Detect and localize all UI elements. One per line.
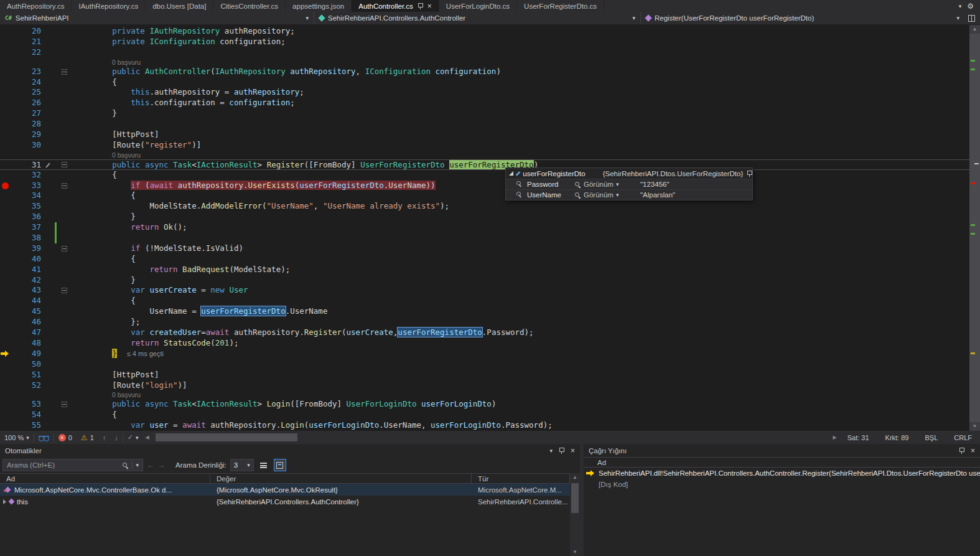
code-line-36[interactable]: 36 } <box>0 212 969 222</box>
previous-issue-button[interactable]: ↑ <box>98 431 111 444</box>
code-line-35[interactable]: 35 ModelState.AddModelError("UserName", … <box>0 201 969 212</box>
code-line-32[interactable]: 32 { <box>0 170 969 181</box>
vertical-scrollbar[interactable]: ▲ ▼ <box>969 25 980 431</box>
close-icon[interactable]: × <box>971 447 975 455</box>
format-toggle-button[interactable] <box>258 459 270 471</box>
code-line-45[interactable]: 45 UserName = userForRegisterDto.UserNam… <box>0 306 969 317</box>
view-dropdown[interactable]: Görünüm▾ <box>574 191 637 199</box>
tab-appsettings-json[interactable]: appsettings.json <box>286 0 352 12</box>
callstack-frame[interactable]: [Dış Kod] <box>584 479 980 490</box>
code-line-44[interactable]: 44 { <box>0 296 969 306</box>
codelens-references[interactable]: 0 başvuru <box>70 151 141 159</box>
breakpoint-icon[interactable] <box>0 181 11 191</box>
project-dropdown[interactable]: C# SehirRehberiAPI ▾ <box>0 12 314 24</box>
codelens-references[interactable]: 0 başvuru <box>70 58 141 67</box>
class-dropdown[interactable]: SehirRehberiAPI.Controllers.AuthControll… <box>314 12 641 24</box>
tab-userforlogindto-cs[interactable]: UserForLoginDto.cs <box>439 0 517 12</box>
datatip-root-row[interactable]: userForRegisterDto {SehirRehberiAPI.Dtos… <box>506 168 752 179</box>
search-depth-select[interactable]: 3 ▾ <box>230 459 254 471</box>
code-line-37[interactable]: 37 return Ok(); <box>0 222 969 233</box>
code-line-34[interactable]: 34 { <box>0 191 969 201</box>
code-line-48[interactable]: 48 return StatusCode(201); <box>0 338 969 349</box>
next-issue-button[interactable]: ↓ <box>110 431 123 444</box>
code-line-49[interactable]: 49 }≤ 4 ms geçti <box>0 349 969 359</box>
code-line-27[interactable]: 27 } <box>0 108 969 119</box>
chevron-down-icon[interactable]: ▾ <box>549 448 553 454</box>
scrollbar-thumb[interactable] <box>969 34 980 422</box>
column-header-value[interactable]: Değer <box>210 474 472 483</box>
code-line-51[interactable]: 51 [HttpPost] <box>0 370 969 380</box>
chevron-down-icon[interactable]: ▾ <box>959 3 962 9</box>
code-line-29[interactable]: 29 [HttpPost] <box>0 130 969 140</box>
search-forward-icon[interactable]: → <box>158 461 166 469</box>
code-line-24[interactable]: 24 { <box>0 77 969 88</box>
code-line-20[interactable]: 20 private IAuthRepository authRepositor… <box>0 26 969 37</box>
search-back-icon[interactable]: ← <box>147 461 154 469</box>
search-input[interactable]: Arama (Ctrl+E) ▾ <box>2 459 143 471</box>
pin-icon[interactable] <box>418 2 423 10</box>
pin-icon[interactable] <box>559 447 564 455</box>
glasses-icon[interactable] <box>39 436 49 442</box>
code-line-46[interactable]: 46 }; <box>0 317 969 327</box>
fold-toggle[interactable] <box>58 285 70 296</box>
code-line-28[interactable]: 28 <box>0 119 969 130</box>
tab-userforregisterdto-cs[interactable]: UserForRegisterDto.cs <box>517 0 604 12</box>
callstack-frame[interactable]: SehirRehberiAPI.dll!SehirRehberiAPI.Cont… <box>584 468 980 479</box>
codelens-references[interactable]: 0 başvuru <box>70 390 141 399</box>
code-line-22[interactable]: 22 <box>0 47 969 58</box>
column-header-name[interactable]: Ad <box>0 474 210 483</box>
code-line-30[interactable]: 30 [Route("register")] <box>0 140 969 151</box>
tab-dbo-users-data-[interactable]: dbo.Users [Data] <box>146 0 213 12</box>
code-editor[interactable]: 20 private IAuthRepository authRepositor… <box>0 25 980 431</box>
code-line-40[interactable]: 40 { <box>0 254 969 265</box>
chevron-down-icon[interactable]: ▾ <box>136 462 139 468</box>
code-line-50[interactable]: 50 <box>0 359 969 370</box>
callstack-title-bar[interactable]: Çağrı Yığını × <box>584 444 980 457</box>
tab-authcontroller-cs[interactable]: AuthController.cs× <box>352 0 439 12</box>
code-line-31[interactable]: 31 public async Task<IActionResult> Regi… <box>0 159 969 170</box>
fold-toggle[interactable] <box>58 181 70 191</box>
scrollbar-thumb[interactable] <box>156 433 297 441</box>
gear-icon[interactable]: ⚙ <box>967 2 974 11</box>
scroll-down-icon[interactable]: ▼ <box>969 422 980 431</box>
autos-row[interactable]: this{SehirRehberiAPI.Controllers.AuthCon… <box>0 496 570 507</box>
datatip-member-username[interactable]: UserNameGörünüm▾"Alparslan" <box>506 189 752 200</box>
scrollbar-thumb[interactable] <box>571 483 579 513</box>
code-line-55[interactable]: 55 var user = await authRepository.Login… <box>0 420 969 431</box>
code-line-54[interactable]: 54 { <box>0 410 969 420</box>
code-line-47[interactable]: 47 var createdUser=await authRepository.… <box>0 327 969 338</box>
code-cleanup-button[interactable]: ✓ ▾ <box>123 431 143 444</box>
expander-icon[interactable] <box>3 499 6 504</box>
scroll-up-icon[interactable]: ▲ <box>570 473 580 481</box>
code-line-33[interactable]: 33 if (await authRepository.UserExists(u… <box>0 181 969 191</box>
code-line-21[interactable]: 21 private IConfiguration configuration; <box>0 37 969 47</box>
pin-icon[interactable] <box>959 447 964 455</box>
code-line-53[interactable]: 53 public async Task<IActionResult> Logi… <box>0 399 969 410</box>
code-line-38[interactable]: 38 <box>0 233 969 243</box>
fold-toggle[interactable] <box>58 243 70 254</box>
tab-citiescontroller-cs[interactable]: CitiesController.cs <box>213 0 286 12</box>
error-count[interactable]: × 0 <box>54 431 77 444</box>
autos-scrollbar[interactable]: ▲ ▼ <box>570 473 580 556</box>
fold-toggle[interactable] <box>58 399 70 410</box>
fold-toggle[interactable] <box>58 160 70 169</box>
zoom-control[interactable]: 100 % ▾ <box>0 431 34 444</box>
scroll-down-icon[interactable]: ▼ <box>570 548 580 556</box>
code-line-43[interactable]: 43 var userCreate = new User <box>0 285 969 296</box>
split-window-icon[interactable] <box>968 15 975 22</box>
tab-iauthrepository-cs[interactable]: IAuthRepository.cs <box>72 0 146 12</box>
expander-icon[interactable] <box>509 171 513 176</box>
scroll-up-icon[interactable]: ▲ <box>969 25 980 34</box>
close-icon[interactable]: × <box>571 447 575 455</box>
horizontal-scrollbar[interactable]: ◀ ▶ <box>144 431 838 444</box>
code-line-23[interactable]: 23 public AuthController(IAuthRepository… <box>0 67 969 77</box>
pin-icon[interactable] <box>747 170 749 177</box>
autos-title-bar[interactable]: Otomatikler ▾ × <box>0 444 580 457</box>
view-dropdown[interactable]: Görünüm▾ <box>574 181 637 188</box>
autos-grid-header[interactable]: Ad Değer Tür <box>0 473 570 484</box>
search-icon[interactable] <box>122 462 129 469</box>
warning-count[interactable]: ⚠ 1 <box>77 431 98 444</box>
scroll-left-icon[interactable]: ◀ <box>146 431 149 444</box>
code-line-41[interactable]: 41 return BadRequest(ModelState); <box>0 265 969 275</box>
column-header-type[interactable]: Tür <box>472 474 570 483</box>
